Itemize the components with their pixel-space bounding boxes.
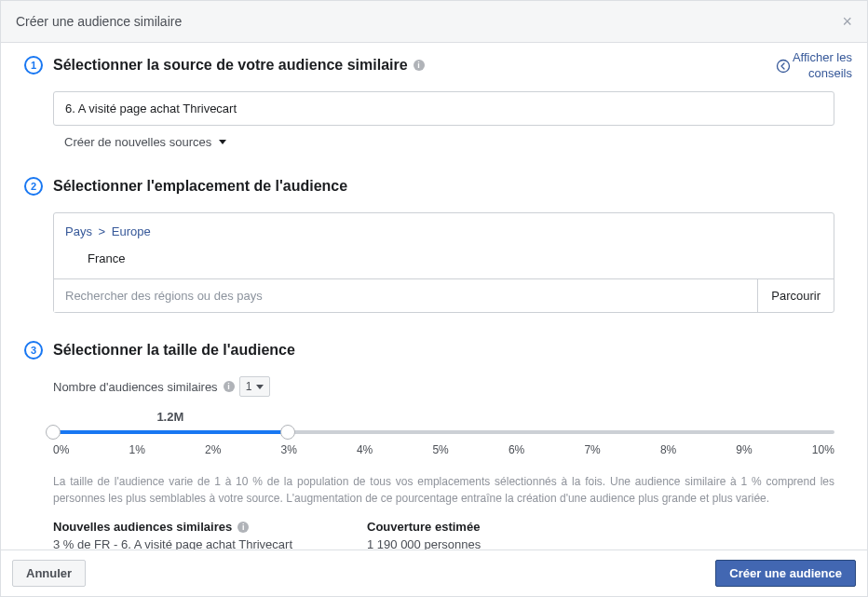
browse-label: Parcourir (771, 289, 821, 303)
slider-tick: 2% (205, 443, 221, 456)
slider-tick: 1% (129, 443, 144, 456)
step-title: Sélectionner l'emplacement de l'audience (53, 178, 347, 195)
breadcrumb-current[interactable]: Europe (112, 224, 151, 238)
modal-title: Créer une audience similaire (16, 14, 182, 29)
modal-body: Afficher les conseils 1 Sélectionner la … (1, 43, 867, 579)
audience-count-row: Nombre d'audiences similaires i 1 (53, 376, 834, 397)
create-new-sources-link[interactable]: Créer de nouvelles sources (64, 135, 226, 149)
location-search-input[interactable] (54, 279, 757, 312)
close-icon[interactable]: × (842, 13, 852, 30)
slider-tick: 3% (280, 443, 296, 456)
step-number: 2 (24, 177, 43, 196)
location-search-row: Parcourir (54, 278, 834, 312)
summary-row: Nouvelles audiences similaires i 3 % de … (53, 520, 834, 551)
slider-thumb-start[interactable] (46, 425, 61, 440)
step-content: 6. A visité page achat Thrivecart Créer … (53, 91, 834, 149)
slider-ticks: 0%1%2%3%4%5%6%7%8%9%10% (53, 443, 834, 456)
create-audience-button[interactable]: Créer une audience (715, 560, 856, 587)
slider-tick: 8% (660, 443, 676, 456)
chevron-down-icon (256, 385, 264, 389)
step-source: 1 Sélectionner la source de votre audien… (24, 56, 858, 149)
info-icon[interactable]: i (237, 522, 249, 533)
estimated-reach-head: Couverture estimée (367, 520, 481, 534)
size-description: La taille de l'audience varie de 1 à 10 … (53, 473, 834, 507)
slider-tick: 7% (584, 443, 600, 456)
count-label: Nombre d'audiences similaires (53, 380, 218, 394)
count-value: 1 (246, 380, 252, 393)
slider-tick: 10% (812, 443, 834, 456)
slider-tick: 4% (357, 443, 373, 456)
breadcrumb-sep: > (99, 224, 106, 238)
tips-line2: conseils (808, 66, 852, 80)
breadcrumb-root[interactable]: Pays (65, 224, 92, 238)
modal-header: Créer une audience similaire × (1, 1, 867, 43)
audience-count-select[interactable]: 1 (239, 376, 271, 397)
new-sources-label: Créer de nouvelles sources (64, 135, 211, 149)
step-content: Nombre d'audiences similaires i 1 1.2M 0… (53, 376, 834, 551)
back-arrow-icon (776, 59, 791, 74)
size-slider: 1.2M 0%1%2%3%4%5%6%7%8%9%10% (53, 430, 834, 456)
cancel-button[interactable]: Annuler (12, 560, 86, 587)
step-content: Pays > Europe France Parcourir (53, 212, 834, 313)
browse-button[interactable]: Parcourir (757, 279, 834, 312)
step-number: 3 (24, 341, 43, 360)
info-icon[interactable]: i (414, 60, 425, 71)
slider-tick: 5% (432, 443, 448, 456)
tips-line1: Afficher les (793, 50, 852, 64)
location-breadcrumb: Pays > Europe (54, 213, 834, 244)
step-number: 1 (24, 56, 43, 75)
new-lookalikes-head: Nouvelles audiences similaires i (53, 520, 292, 534)
slider-tick: 6% (509, 443, 524, 456)
step-head: 3 Sélectionner la taille de l'audience (24, 341, 858, 360)
step-title: Sélectionner la source de votre audience… (53, 57, 408, 74)
slider-value-label: 1.2M (156, 410, 183, 424)
new-lookalikes-col: Nouvelles audiences similaires i 3 % de … (53, 520, 292, 551)
slider-tick: 9% (736, 443, 752, 456)
selected-source: 6. A visité page achat Thrivecart (65, 102, 237, 115)
step-head: 2 Sélectionner l'emplacement de l'audien… (24, 177, 858, 196)
slider-tick: 0% (53, 443, 69, 456)
location-box: Pays > Europe France Parcourir (53, 212, 834, 313)
selected-location[interactable]: France (54, 244, 834, 278)
modal-footer: Annuler Créer une audience (1, 550, 867, 596)
slider-track[interactable] (53, 430, 834, 434)
show-tips-link[interactable]: Afficher les conseils (776, 50, 852, 82)
info-icon[interactable]: i (224, 381, 235, 392)
svg-point-0 (777, 60, 789, 72)
slider-fill (53, 430, 288, 434)
slider-thumb-end[interactable] (280, 425, 295, 440)
source-input[interactable]: 6. A visité page achat Thrivecart (53, 91, 834, 126)
step-location: 2 Sélectionner l'emplacement de l'audien… (24, 177, 858, 313)
step-head: 1 Sélectionner la source de votre audien… (24, 56, 858, 75)
step-size: 3 Sélectionner la taille de l'audience N… (24, 341, 858, 551)
estimated-reach-col: Couverture estimée 1 190 000 personnes (367, 520, 481, 551)
step-title: Sélectionner la taille de l'audience (53, 342, 295, 359)
chevron-down-icon (219, 140, 226, 144)
